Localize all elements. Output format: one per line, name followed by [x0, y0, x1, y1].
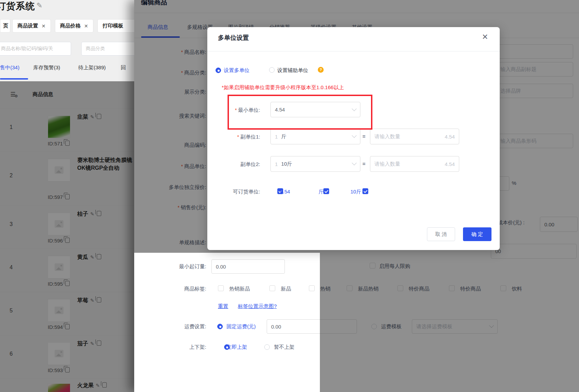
nav-tab-home[interactable]: 页 — [0, 19, 10, 33]
page-title: 订货系统 — [0, 0, 35, 12]
on-sale-now-label[interactable]: 立即上架 — [227, 344, 247, 351]
orderable-units-label: 可订货单位: — [221, 189, 260, 195]
tag-checkbox[interactable] — [269, 285, 275, 291]
nav-tab-print-template[interactable]: 打印模板 — [97, 19, 137, 33]
chevron-down-icon — [352, 161, 357, 165]
chevron-down-icon — [352, 133, 357, 138]
search-input[interactable]: 商品名称/助记码/编码/关 — [0, 42, 71, 56]
app-root: 订货系统 ✎ 页 商品设置 ✕ 商品价格 ✕ 打印模板 商品名称/助记码/编码/… — [0, 0, 579, 392]
min-unit-value: 4.54 — [275, 107, 285, 112]
sub-unit2-label: 副单位2: — [221, 161, 260, 168]
tag-label: 新品 — [281, 286, 291, 292]
sub-unit1-unit: 斤 — [281, 133, 286, 140]
equals-sign: = — [362, 133, 366, 139]
sub-unit2-prefix: 1 — [275, 161, 278, 167]
close-tab-icon[interactable]: ✕ — [84, 23, 88, 29]
tag-position-link[interactable]: 标签位置示意图? — [238, 303, 277, 310]
sub-unit1-select[interactable]: 1 斤 — [270, 129, 360, 144]
qty-placeholder: 请输入数量 — [374, 161, 400, 167]
multi-unit-radio[interactable] — [216, 68, 221, 73]
label-tags: 商品标签: — [141, 286, 206, 292]
tag-label: 热销新品 — [229, 286, 250, 292]
aux-unit-radio-label[interactable]: 设置辅助单位 — [277, 67, 308, 74]
nav-tab-product-price[interactable]: 商品价格 ✕ — [55, 19, 93, 33]
fixed-freight-value: 0.00 — [271, 324, 281, 330]
qty-suffix: 4.54 — [445, 161, 455, 167]
on-sale-later-radio[interactable] — [264, 344, 270, 350]
sub-unit2-select[interactable]: 1 10斤 — [270, 156, 360, 172]
sub-unit1-qty-input[interactable]: 请输入数量 4.54 — [370, 129, 459, 144]
on-sale-later-label: 暂不上架 — [274, 344, 294, 351]
status-tab-on-sale[interactable]: 售中(34) — [0, 64, 20, 71]
category-placeholder: 商品分类 — [86, 46, 105, 52]
warning-text: *如果启用辅助单位需要升级小程序版本至1.0.166以上 — [222, 84, 344, 91]
sub-unit1-prefix: 1 — [275, 134, 278, 140]
orderable-checkbox[interactable] — [362, 188, 368, 194]
orderable-option[interactable]: 10斤 — [350, 189, 361, 195]
sub-unit2-qty-input[interactable]: 请输入数量 4.54 — [370, 156, 459, 172]
label-min-order: 最小起订量: — [141, 263, 206, 270]
status-tab-underline — [0, 78, 28, 80]
reset-link[interactable]: 重置 — [218, 303, 228, 310]
min-order-input[interactable]: 0.00 — [211, 259, 285, 274]
status-tab-stock-warning[interactable]: 库存预警(3) — [33, 64, 60, 71]
chevron-down-icon — [352, 106, 357, 111]
equals-sign: = — [362, 161, 366, 167]
category-select[interactable]: 商品分类 — [81, 42, 137, 56]
divider — [207, 51, 500, 51]
cancel-button[interactable]: 取 消 — [427, 227, 455, 241]
aux-unit-radio[interactable] — [269, 67, 275, 73]
multi-unit-dialog: 多单位设置 ✕ 设置多单位 设置辅助单位 ? *如果启用辅助单位需要升级小程序版… — [207, 27, 500, 250]
orderable-option[interactable]: 斤 — [319, 189, 324, 195]
label-freight: 运费设置: — [141, 323, 206, 330]
fixed-freight-label[interactable]: 固定运费(元) — [227, 323, 256, 330]
status-tab-to-be-listed[interactable]: 待上架(389) — [78, 64, 106, 71]
sub-unit2-unit: 10斤 — [281, 161, 292, 167]
min-unit-select[interactable]: 4.54 — [270, 102, 360, 117]
search-placeholder: 商品名称/助记码/编码/关 — [1, 46, 53, 52]
overlay-drawer-bottom-right[interactable] — [320, 253, 579, 392]
help-icon[interactable]: ? — [318, 67, 324, 73]
fixed-freight-radio[interactable] — [217, 324, 223, 329]
min-unit-label: 最小单位: — [221, 107, 260, 114]
nav-tab-product-settings[interactable]: 商品设置 ✕ — [12, 19, 51, 33]
tag-checkbox[interactable] — [309, 285, 315, 291]
qty-suffix: 4.54 — [445, 134, 455, 140]
tag-checkbox[interactable] — [218, 285, 224, 291]
overlay-left — [0, 81, 134, 392]
qty-placeholder: 请输入数量 — [374, 133, 400, 140]
sub-unit1-label: 副单位1: — [221, 134, 260, 140]
close-icon[interactable]: ✕ — [482, 33, 488, 41]
multi-unit-radio-label[interactable]: 设置多单位 — [224, 67, 250, 74]
status-tab-recycle[interactable]: 回 — [121, 64, 126, 71]
label-on-sale: 上下架: — [141, 344, 206, 351]
orderable-option[interactable]: 4.54 — [280, 189, 290, 194]
min-order-value: 0.00 — [216, 264, 226, 270]
edit-title-icon[interactable]: ✎ — [36, 1, 43, 10]
confirm-button[interactable]: 确 定 — [463, 227, 491, 241]
orderable-checkbox[interactable] — [323, 188, 329, 194]
close-tab-icon[interactable]: ✕ — [42, 23, 46, 29]
dialog-title: 多单位设置 — [218, 34, 249, 42]
